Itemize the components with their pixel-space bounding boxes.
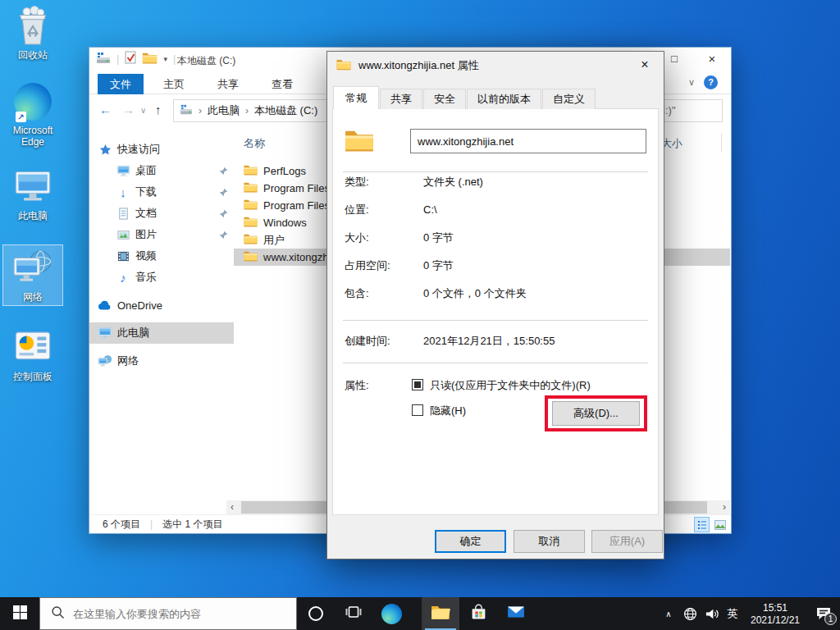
film-icon [116, 249, 130, 263]
tab-general[interactable]: 常规 [333, 86, 379, 109]
action-center-button[interactable]: 1 [807, 597, 840, 630]
volume-icon[interactable] [701, 597, 722, 630]
system-tray: ∧ 英 15:51 2021/12/21 1 [658, 597, 840, 630]
file-explorer-icon [431, 604, 450, 623]
sidebar-item-onedrive[interactable]: OneDrive [89, 294, 234, 316]
quick-access-toolbar: | ▾ | [96, 51, 176, 66]
sidebar-item-network[interactable]: 网络 [89, 350, 234, 372]
annotation-highlight-box [545, 395, 647, 431]
network-icon [12, 249, 53, 288]
info-row-size-on-disk: 占用空间:0 字节 [345, 259, 648, 272]
task-view-icon [345, 605, 362, 623]
breadcrumb-this-pc[interactable]: 此电脑 [208, 103, 240, 118]
folder-icon [244, 216, 258, 230]
desktop-icon-this-pc[interactable]: 此电脑 [2, 164, 63, 224]
tab-customize[interactable]: 自定义 [542, 89, 596, 109]
sidebar-item-documents[interactable]: 文档 [89, 203, 234, 224]
items-count: 6 个项目 [103, 518, 140, 532]
sidebar-item-music[interactable]: ♪ 音乐 [89, 267, 234, 288]
task-view-button[interactable] [335, 597, 372, 630]
windows-logo-icon [13, 605, 27, 623]
sidebar-item-this-pc[interactable]: 此电脑 [89, 322, 234, 344]
navigation-pane: 快速访问 桌面 ↓ 下载 文档 图片 [89, 127, 234, 514]
toolbar-divider: | [173, 52, 176, 65]
new-folder-icon[interactable] [142, 52, 158, 66]
info-row-type: 类型:文件夹 (.net) [345, 176, 648, 189]
scroll-left-icon[interactable]: ‹ [231, 501, 234, 514]
forward-icon[interactable]: → [122, 103, 135, 116]
desktop-icon-label: 网络 [3, 291, 62, 303]
tab-share[interactable]: 共享 [217, 74, 239, 94]
tab-file[interactable]: 文件 [98, 74, 144, 94]
taskbar-store-button[interactable] [459, 597, 497, 630]
star-icon [98, 142, 112, 157]
taskbar-clock[interactable]: 15:51 2021/12/21 [743, 601, 807, 627]
dialog-titlebar: www.xitongzhijia.net 属性 [327, 52, 664, 80]
up-icon[interactable]: ↑ [155, 103, 162, 116]
thumbnail-view-button[interactable] [712, 517, 728, 532]
cortana-button[interactable] [297, 597, 335, 630]
sidebar-item-quick-access[interactable]: 快速访问 [89, 139, 234, 160]
cloud-icon [98, 298, 112, 313]
folder-name-field[interactable] [410, 129, 646, 153]
desktop-icon-control-panel[interactable]: 控制面板 [2, 325, 63, 385]
properties-icon[interactable] [125, 51, 136, 66]
readonly-label: 只读(仅应用于文件夹中的文件)(R) [430, 379, 591, 391]
qat-customize-icon[interactable]: ▾ [163, 55, 167, 63]
cancel-button[interactable]: 取消 [514, 530, 585, 553]
hidden-label: 隐藏(H) [430, 404, 466, 417]
document-icon [116, 206, 130, 221]
close-button[interactable]: × [693, 48, 731, 71]
tab-sharing[interactable]: 共享 [380, 89, 422, 109]
picture-icon [116, 227, 130, 242]
details-view-button[interactable] [694, 517, 710, 532]
scroll-right-icon[interactable]: › [723, 501, 726, 514]
taskbar-explorer-button[interactable] [422, 597, 459, 630]
folder-icon [244, 199, 258, 212]
ime-indicator[interactable]: 英 [722, 597, 743, 630]
toolbar-divider: | [116, 52, 119, 65]
start-button[interactable] [0, 597, 39, 630]
breadcrumb-local-disk[interactable]: 本地磁盘 (C:) [254, 103, 317, 118]
help-icon[interactable]: ? [704, 75, 718, 89]
tab-view[interactable]: 查看 [272, 74, 293, 94]
info-row-size: 大小:0 字节 [345, 231, 648, 244]
ok-button[interactable]: 确定 [435, 530, 506, 553]
status-divider: | [150, 518, 153, 530]
sidebar-item-desktop[interactable]: 桌面 [89, 160, 234, 181]
apply-button[interactable]: 应用(A) [591, 530, 663, 553]
tray-expand-icon[interactable]: ∧ [658, 597, 679, 630]
desktop-icon-label: 回收站 [2, 49, 63, 61]
sidebar-item-downloads[interactable]: ↓ 下载 [89, 181, 234, 203]
tab-home[interactable]: 主页 [163, 74, 185, 94]
recycle-bin-icon [16, 6, 50, 48]
network-status-icon[interactable] [679, 597, 701, 630]
tab-security[interactable]: 安全 [423, 89, 466, 109]
desktop-icon-edge[interactable]: ↗ Microsoft Edge [2, 79, 63, 150]
folder-icon [244, 164, 258, 178]
desktop-icon-network[interactable]: 网络 [2, 244, 63, 306]
taskbar-mail-button[interactable] [497, 597, 535, 630]
sidebar-item-videos[interactable]: 视频 [89, 245, 234, 267]
folder-icon [244, 250, 258, 264]
folder-icon [244, 233, 258, 247]
desktop-icon-recycle-bin[interactable]: 回收站 [2, 3, 63, 63]
taskbar-search-input[interactable] [73, 608, 270, 620]
hidden-checkbox[interactable] [412, 404, 423, 416]
back-icon[interactable]: ← [99, 103, 112, 116]
general-tab-panel: 类型:文件夹 (.net) 位置:C:\ 大小:0 字节 占用空间:0 字节 包… [332, 108, 659, 515]
dialog-close-button[interactable]: × [627, 52, 663, 77]
readonly-checkbox[interactable] [412, 379, 423, 390]
notification-badge: 1 [824, 613, 837, 625]
sidebar-item-pictures[interactable]: 图片 [89, 224, 234, 245]
mail-icon [507, 605, 525, 623]
column-header-name[interactable]: 名称 [244, 136, 265, 151]
desktop-icon-label: 此电脑 [2, 210, 63, 221]
tab-previous-versions[interactable]: 以前的版本 [467, 89, 541, 109]
taskbar-edge-button[interactable] [372, 597, 410, 630]
info-row-contains: 包含:0 个文件，0 个文件夹 [345, 287, 648, 300]
history-dropdown-icon[interactable]: ∨ [140, 106, 146, 115]
drive-icon [96, 52, 111, 66]
ribbon-collapse-icon[interactable]: ∨ [688, 77, 695, 88]
taskbar-search[interactable] [39, 597, 297, 630]
